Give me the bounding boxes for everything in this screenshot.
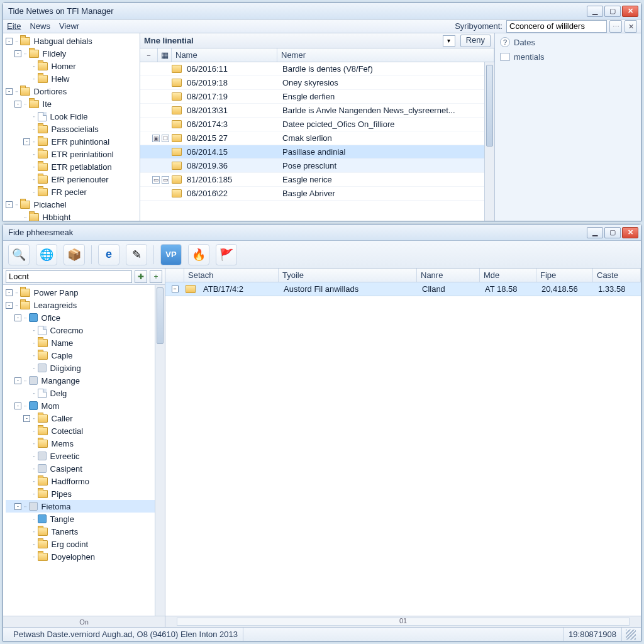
tree-node[interactable]: ··Doyelophen bbox=[6, 550, 165, 563]
table-row[interactable]: 06/2019:18Oney skyresios bbox=[140, 76, 494, 90]
expand-all-toggle[interactable]: − bbox=[140, 48, 158, 62]
top-titlebar[interactable]: Tide Netwes on TFI Manager ▁ ▢ ✕ bbox=[3, 3, 641, 19]
tree-node[interactable]: -··Fietoma bbox=[6, 500, 165, 513]
row-marker-icon[interactable]: ▭ bbox=[152, 176, 160, 184]
row-marker-icon[interactable]: ▣ bbox=[152, 135, 160, 142]
table-row[interactable]: 06/2016:11Bardle is dentes (V8/Fef) bbox=[140, 62, 494, 76]
close-button[interactable]: ✕ bbox=[622, 6, 638, 17]
tree-node[interactable]: -··Habgual dehials bbox=[6, 35, 140, 47]
tree-expand-toggle[interactable]: - bbox=[14, 503, 21, 510]
tree-node[interactable]: -··Piciachel bbox=[6, 198, 140, 211]
tree-node[interactable]: -··Caller bbox=[6, 412, 165, 425]
help-icon[interactable]: ? bbox=[500, 37, 510, 47]
side-mentials-label[interactable]: mentials bbox=[514, 52, 544, 62]
vp-icon[interactable]: VP bbox=[160, 244, 182, 265]
col-name[interactable]: Name bbox=[172, 48, 277, 62]
tree-node[interactable]: ··Hadfformo bbox=[6, 475, 165, 487]
table-row[interactable]: 08/2013\31Barlde is Anvle Nangenden News… bbox=[140, 104, 494, 118]
minimize-button[interactable]: ▁ bbox=[587, 6, 603, 17]
table-row[interactable]: 06/20174:3Datee pcicted_Ofics On_fillior… bbox=[140, 118, 494, 131]
col-nemer[interactable]: Nemer bbox=[277, 48, 494, 62]
tree-node[interactable]: ··Mems bbox=[6, 437, 165, 450]
tree-node[interactable]: ··ETR petlablation bbox=[6, 160, 140, 173]
tree-add-button[interactable]: ✚ bbox=[135, 270, 147, 283]
tree-search-input[interactable] bbox=[6, 270, 132, 283]
tree-node[interactable]: ··ETR perinlatitionl bbox=[6, 148, 140, 160]
bottom-tree-scrollbar[interactable] bbox=[155, 285, 165, 616]
close-button[interactable]: ✕ bbox=[622, 227, 638, 238]
globe-icon[interactable]: 🌐 bbox=[36, 244, 57, 265]
bottom-right-hscroll[interactable]: 01 bbox=[165, 616, 641, 627]
tree-node[interactable]: ··Name bbox=[6, 336, 165, 349]
tree-node[interactable]: ··Hbbight bbox=[6, 211, 140, 221]
tree-node[interactable]: -··Power Panp bbox=[6, 286, 165, 299]
tree-node[interactable]: -··Mangange bbox=[6, 374, 165, 387]
tree-expand-toggle[interactable]: - bbox=[6, 38, 13, 45]
tree-node[interactable]: ··Corecmo bbox=[6, 324, 165, 336]
table-row[interactable]: 06/2016\22Basgle Abriver bbox=[140, 187, 494, 201]
col-nanre[interactable]: Nanre bbox=[417, 269, 480, 282]
tree-expand-toggle[interactable]: - bbox=[6, 302, 13, 309]
tree-node[interactable]: ··Diigixing bbox=[6, 362, 165, 374]
menu-news[interactable]: News bbox=[30, 21, 50, 31]
row-marker-icon[interactable]: ☐ bbox=[162, 135, 169, 142]
list-dropdown-button[interactable]: ▾ bbox=[443, 35, 455, 47]
tree-node[interactable]: ··Casipent bbox=[6, 462, 165, 475]
flag-icon[interactable]: 🚩 bbox=[216, 244, 237, 265]
tree-node[interactable]: -··Flidely bbox=[6, 47, 140, 60]
tree-node[interactable]: ··Tangle bbox=[6, 513, 165, 525]
tree-expand-toggle[interactable]: - bbox=[14, 377, 21, 384]
tree-node[interactable]: ··Cotectial bbox=[6, 425, 165, 437]
col-mde[interactable]: Mde bbox=[480, 269, 536, 282]
search-icon[interactable]: 🔍 bbox=[8, 244, 30, 265]
col-tyoile[interactable]: Tyoile bbox=[279, 269, 417, 282]
bottom-tree-hscroll[interactable]: On bbox=[3, 616, 165, 627]
tree-expand-toggle[interactable]: - bbox=[6, 201, 13, 208]
tree-node[interactable]: ··Tanerts bbox=[6, 525, 165, 538]
tree-node[interactable]: -··Learagreids bbox=[6, 299, 165, 311]
minimize-button[interactable]: ▁ bbox=[587, 227, 603, 238]
browser-icon[interactable]: e bbox=[98, 244, 119, 265]
tree-node[interactable]: -··EFR puhintional bbox=[6, 135, 140, 148]
table-row[interactable]: ▣☐08/2015 27Cmak slerlion bbox=[140, 131, 494, 145]
tree-node[interactable]: ··Helw bbox=[6, 72, 140, 85]
tree-expand-toggle[interactable]: - bbox=[14, 314, 21, 321]
maximize-button[interactable]: ▢ bbox=[604, 227, 621, 238]
top-tree[interactable]: -··Habgual dehials-··Flidely··Homer··Hel… bbox=[3, 33, 140, 221]
table-row[interactable]: 06/2014.15Pasillase andinial bbox=[140, 145, 494, 159]
tree-expand-button[interactable]: + bbox=[150, 270, 162, 283]
tree-node[interactable]: ··Homer bbox=[6, 60, 140, 72]
tree-node[interactable]: -··Ofice bbox=[6, 311, 165, 324]
tree-expand-toggle[interactable]: - bbox=[14, 402, 21, 409]
maximize-button[interactable]: ▢ bbox=[604, 6, 621, 17]
tree-node[interactable]: ··Caple bbox=[6, 349, 165, 362]
tree-expand-toggle[interactable]: - bbox=[6, 88, 13, 95]
table-row[interactable]: − ATB/17/4:2 Austord Fil anwillads Cllan… bbox=[165, 282, 641, 296]
tree-expand-toggle[interactable]: - bbox=[6, 289, 13, 296]
tree-expand-toggle[interactable]: - bbox=[14, 50, 21, 57]
bottom-tree[interactable]: -··Power Panp-··Learagreids-··Ofice··Cor… bbox=[3, 285, 165, 616]
search-input[interactable] bbox=[506, 20, 607, 33]
tree-node[interactable]: -··Mom bbox=[6, 399, 165, 412]
tree-node[interactable]: ··Pipes bbox=[6, 487, 165, 500]
search-options-button[interactable]: ⋯ bbox=[609, 20, 622, 33]
col-fipe[interactable]: Fipe bbox=[536, 269, 593, 282]
tree-node[interactable]: ··Passocielials bbox=[6, 123, 140, 135]
tree-node[interactable]: ··Look Fidle bbox=[6, 110, 140, 123]
tree-expand-toggle[interactable]: - bbox=[14, 101, 21, 108]
edit-icon[interactable]: ✎ bbox=[126, 244, 147, 265]
menu-viewr[interactable]: Viewr bbox=[59, 21, 79, 31]
icon-column-header[interactable]: ▦ bbox=[158, 48, 172, 62]
tree-expand-toggle[interactable]: - bbox=[23, 415, 30, 422]
search-clear-button[interactable]: ✕ bbox=[625, 20, 637, 33]
col-caste[interactable]: Caste bbox=[593, 269, 641, 282]
resize-grip-icon[interactable] bbox=[626, 630, 636, 640]
col-setach[interactable]: Setach bbox=[184, 269, 279, 282]
table-row[interactable]: ▭▭81/2016:185Easgle nerice bbox=[140, 173, 494, 187]
table-row[interactable]: 08/2017:19Ensgle derfien bbox=[140, 90, 494, 104]
tree-node[interactable]: -··Ite bbox=[6, 97, 140, 110]
top-list-scrollbar[interactable] bbox=[484, 62, 494, 221]
reny-button[interactable]: Reny bbox=[460, 35, 491, 47]
table-row[interactable]: 08/2019.36Pose presclunt bbox=[140, 159, 494, 173]
tree-expand-toggle[interactable]: - bbox=[23, 138, 30, 145]
